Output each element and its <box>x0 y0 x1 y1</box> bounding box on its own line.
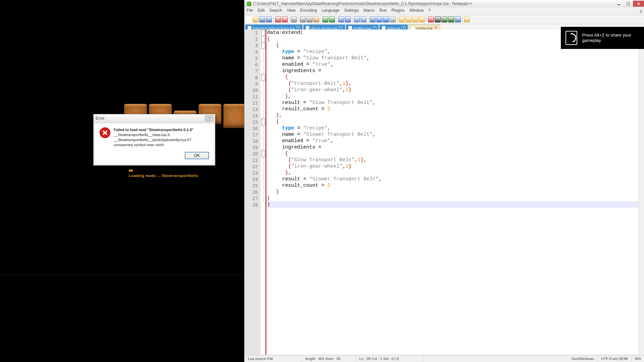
sync-icon[interactable] <box>370 16 376 22</box>
menu-edit[interactable]: Edit <box>258 8 265 14</box>
code-line[interactable]: {"transport-Belt",1}, <box>267 80 644 87</box>
line-number: 5 <box>245 55 261 62</box>
menu-settings[interactable]: Settings <box>344 8 359 14</box>
line-number: 20 <box>245 151 261 157</box>
code-line[interactable]: ingredients = <box>267 68 644 74</box>
rec-save-icon[interactable] <box>455 16 461 22</box>
fold-marker <box>261 112 265 119</box>
open-icon[interactable] <box>253 16 259 22</box>
code-line[interactable]: enabled = "true", <box>267 138 644 144</box>
error-ok-button[interactable]: OK <box>185 152 209 159</box>
code-line[interactable]: ingredients = <box>267 144 644 150</box>
error-line-2: __Slowtransportbelts__/data.lua:3: <box>114 133 170 137</box>
cut-icon[interactable] <box>300 16 306 22</box>
code-line[interactable]: result = "Slower Transport Belt", <box>267 176 644 182</box>
line-number: 17 <box>245 132 261 138</box>
indent-icon[interactable] <box>390 16 396 22</box>
allchars-icon[interactable] <box>383 16 389 22</box>
line-number: 14 <box>245 113 261 119</box>
code-editor[interactable]: data:extend({ { type = "recipe", name = … <box>266 29 644 355</box>
zoom-in-icon[interactable] <box>354 16 360 22</box>
copy-icon[interactable] <box>307 16 313 22</box>
window-titlebar[interactable]: C:\Users\F4zT_HamsterMan\AppData\Roaming… <box>245 0 644 7</box>
error-dialog-titlebar[interactable]: Error × <box>94 114 215 123</box>
error-dialog-close-button[interactable]: × <box>205 115 214 121</box>
find-icon[interactable] <box>338 16 344 22</box>
code-line[interactable]: { <box>267 74 644 80</box>
code-line[interactable]: {"Slow Transport Belt",1}, <box>267 157 644 163</box>
code-line[interactable]: type = "recipe", <box>267 125 644 131</box>
code-line[interactable]: }, <box>267 170 644 176</box>
line-number: 28 <box>245 202 261 208</box>
line-number: 19 <box>245 144 261 151</box>
code-line[interactable]: } <box>267 189 644 195</box>
fold-marker <box>261 55 265 61</box>
menu-?[interactable]: ? <box>428 8 431 14</box>
redo-icon[interactable] <box>329 16 335 22</box>
notepadpp-window: C:\Users\F4zT_HamsterMan\AppData\Roaming… <box>244 0 644 362</box>
close-all-icon[interactable] <box>282 16 288 22</box>
fold-icon[interactable] <box>406 16 412 22</box>
unfold-icon[interactable] <box>412 16 418 22</box>
fold-marker[interactable] <box>261 29 265 36</box>
menu-macro[interactable]: Macro <box>364 8 375 14</box>
fold-marker[interactable] <box>261 36 265 42</box>
replace-icon[interactable] <box>345 16 351 22</box>
nvidia-share-overlay[interactable]: Press Alt+Z to share your gameplay <box>561 27 644 49</box>
fold-column <box>261 29 266 355</box>
code-line[interactable]: { <box>267 150 644 157</box>
rec-icon[interactable] <box>428 16 434 22</box>
code-line[interactable]: } <box>267 195 644 201</box>
hidden-icon[interactable] <box>419 16 425 22</box>
fold-marker[interactable] <box>261 74 265 80</box>
fold-marker <box>261 201 265 208</box>
line-number: 13 <box>245 106 261 113</box>
paste-icon[interactable] <box>313 16 319 22</box>
folder-icon[interactable] <box>399 16 405 22</box>
wrap-icon[interactable] <box>376 16 382 22</box>
undo-icon[interactable] <box>322 16 328 22</box>
code-line[interactable]: name = "Slow Transport Belt", <box>267 55 644 61</box>
menu-view[interactable]: View <box>287 8 296 14</box>
toolbar-separator <box>273 17 274 22</box>
nvidia-icon <box>566 31 577 45</box>
code-line[interactable]: ) <box>267 201 644 208</box>
code-line[interactable]: result_count = 2 <box>267 106 644 112</box>
code-line[interactable]: {"iron-gear-wheel",2} <box>267 163 644 170</box>
close-button[interactable] <box>633 1 644 7</box>
code-line[interactable]: enabled = "true", <box>267 61 644 68</box>
minimize-button[interactable] <box>614 1 624 7</box>
new-icon[interactable] <box>246 16 252 22</box>
code-line[interactable]: result_count = 2 <box>267 182 644 189</box>
code-line[interactable]: {"iron-gear-wheel",2} <box>267 87 644 93</box>
code-line[interactable]: }, <box>267 93 644 100</box>
close-icon[interactable] <box>275 16 281 22</box>
print-icon[interactable] <box>291 16 297 22</box>
menu-encoding[interactable]: Encoding <box>300 8 317 14</box>
fold-marker[interactable] <box>261 119 265 125</box>
play-multi-icon[interactable] <box>448 16 454 22</box>
play-icon[interactable] <box>441 16 447 22</box>
menu-window[interactable]: Window <box>409 8 424 14</box>
menu-language[interactable]: Language <box>322 8 339 14</box>
spell-icon[interactable] <box>464 16 470 22</box>
menu-plugins[interactable]: Plugins <box>391 8 405 14</box>
secondary-close-x[interactable]: X <box>640 9 642 14</box>
fold-marker[interactable] <box>261 42 265 49</box>
save-all-icon[interactable] <box>266 16 272 22</box>
menu-run[interactable]: Run <box>379 8 387 14</box>
fold-marker[interactable] <box>261 150 265 157</box>
vertical-scrollbar[interactable] <box>638 29 644 355</box>
stop-icon[interactable] <box>435 16 441 22</box>
maximize-button[interactable] <box>624 1 633 7</box>
code-line[interactable]: result = "Slow Transport Belt", <box>267 100 644 106</box>
zoom-out-icon[interactable] <box>361 16 367 22</box>
save-icon[interactable] <box>259 16 265 22</box>
line-number: 6 <box>245 62 261 68</box>
menu-file[interactable]: File <box>247 8 253 14</box>
code-line[interactable]: type = "recipe", <box>267 49 644 55</box>
code-line[interactable]: }, <box>267 112 644 119</box>
code-line[interactable]: { <box>267 119 644 125</box>
menu-search[interactable]: Search <box>269 8 282 14</box>
code-line[interactable]: name = "Slower Transport Belt", <box>267 131 644 138</box>
